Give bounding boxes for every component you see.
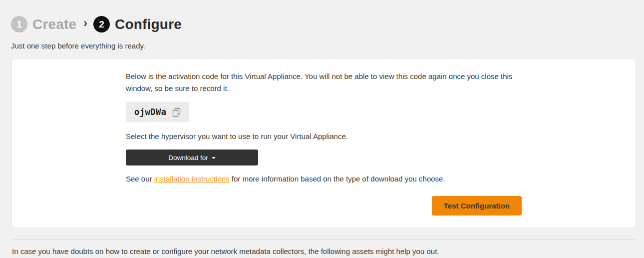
- card-footer: Test Configuration: [126, 196, 522, 216]
- activation-code-box: ojwDWa: [126, 102, 189, 122]
- wizard-subtitle: Just one step before everything is ready…: [11, 42, 633, 50]
- activation-code-value: ojwDWa: [134, 107, 166, 117]
- step-configure-number: 2: [93, 16, 110, 32]
- step-indicator: 1 Create › 2 Configure: [11, 15, 633, 34]
- download-for-label: Download for: [168, 154, 208, 162]
- instructions-text: See our installation instructions for mo…: [126, 173, 522, 185]
- instructions-prefix: See our: [126, 174, 154, 183]
- step-configure: 2 Configure: [93, 16, 182, 32]
- step-configure-label: Configure: [115, 16, 182, 32]
- test-configuration-button[interactable]: Test Configuration: [432, 196, 522, 216]
- section-divider: [11, 239, 637, 240]
- installation-instructions-link[interactable]: installation instructions: [154, 174, 230, 183]
- step-create-label: Create: [32, 16, 76, 32]
- copy-icon[interactable]: [172, 108, 181, 117]
- download-for-button[interactable]: Download for: [126, 150, 258, 166]
- activation-code-description: Below is the activation code for this Vi…: [126, 70, 515, 94]
- configure-card: Below is the activation code for this Vi…: [11, 58, 636, 228]
- hypervisor-description: Select the hypervisor you want to use to…: [126, 130, 515, 142]
- step-create: 1 Create: [11, 16, 76, 32]
- help-text: In case you have doubts on how to create…: [12, 246, 632, 257]
- step-create-number: 1: [11, 16, 27, 32]
- instructions-suffix: for more information based on the type o…: [230, 174, 445, 183]
- wizard-header: 1 Create › 2 Configure Just one step bef…: [0, 0, 644, 50]
- caret-down-icon: [212, 157, 216, 159]
- chevron-right-icon: ›: [83, 15, 87, 34]
